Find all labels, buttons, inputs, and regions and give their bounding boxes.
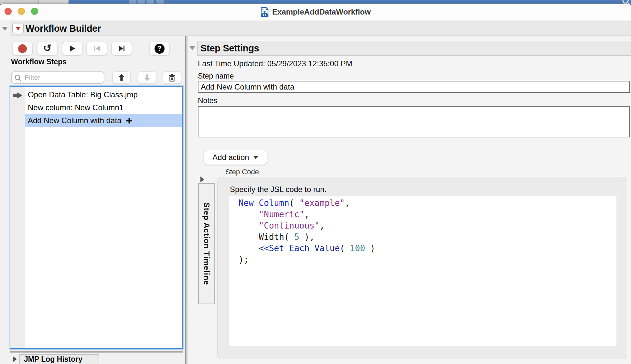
jsl-code: New Column( "example", "Numeric", "Conti… <box>229 196 616 265</box>
pane-divider[interactable] <box>10 351 183 353</box>
current-step-arrow-icon <box>13 92 23 99</box>
step-settings-title: Step Settings <box>200 43 259 54</box>
move-down-icon <box>143 73 151 82</box>
add-data-plus-icon <box>126 117 133 124</box>
code-editor[interactable]: New Column( "example", "Numeric", "Conti… <box>229 196 616 346</box>
chevron-down-icon <box>253 156 258 159</box>
page-title: Workflow Builder <box>26 23 101 34</box>
notes-label: Notes <box>198 96 217 105</box>
tab-step-action-timeline[interactable]: Step Action Timeline <box>198 183 215 304</box>
step-code-tab-label[interactable]: Step Code <box>225 168 259 176</box>
jmp-log-history-title: JMP Log History <box>24 355 82 364</box>
window-titlebar: ExampleAddDataWorkflow <box>0 4 631 20</box>
jmp-log-history-header[interactable]: JMP Log History <box>19 354 99 364</box>
log-history-disclosure-icon[interactable] <box>13 356 17 362</box>
step-forward-button[interactable] <box>112 42 132 55</box>
move-step-up-button[interactable] <box>112 71 131 84</box>
red-triangle-icon <box>16 27 21 30</box>
delete-step-button[interactable] <box>163 71 181 84</box>
close-button[interactable] <box>5 8 12 15</box>
workflow-step-row[interactable]: New column: New Column1 <box>25 101 182 114</box>
steps-section-title: Workflow Steps <box>11 58 67 66</box>
step-settings-header: Step Settings <box>197 41 631 56</box>
red-triangle-menu-button[interactable] <box>12 24 24 33</box>
step-to-start-button[interactable] <box>87 42 107 55</box>
step-to-start-icon <box>93 45 101 52</box>
workflow-step-label: Add New Column with data <box>28 116 121 125</box>
notes-textarea[interactable] <box>198 106 630 137</box>
workflow-builder-window: ExampleAddDataWorkflow Workflow Builder … <box>0 4 631 364</box>
add-action-button[interactable]: Add action <box>204 150 267 165</box>
step-settings-disclosure-icon[interactable] <box>189 46 195 50</box>
step-code-panel: Specify the JSL code to run. New Column(… <box>217 177 627 359</box>
filter-input[interactable] <box>11 71 104 84</box>
steps-list-gutter <box>10 87 25 348</box>
steps-rows: Open Data Table: Big Class.jmpNew column… <box>25 87 182 348</box>
workflow-step-row[interactable]: Open Data Table: Big Class.jmp <box>25 88 182 101</box>
last-updated-text: Last Time Updated: 05/29/2023 12:35:00 P… <box>198 59 352 68</box>
zoom-button[interactable] <box>31 8 38 15</box>
step-action-timeline-label: Step Action Timeline <box>202 202 211 285</box>
pane-splitter[interactable] <box>185 36 187 364</box>
add-action-label: Add action <box>212 153 249 162</box>
window-content: ↺ ? Workflow <box>0 36 631 364</box>
delete-step-icon <box>168 73 176 82</box>
workflow-step-label: Open Data Table: Big Class.jmp <box>28 90 138 99</box>
play-icon <box>69 45 76 52</box>
step-settings-pane: Step Settings Last Time Updated: 05/29/2… <box>187 36 631 364</box>
workflow-document-icon <box>260 7 269 17</box>
record-button[interactable] <box>12 42 33 55</box>
outline-disclosure-icon[interactable] <box>2 27 8 31</box>
reset-icon: ↺ <box>43 43 52 53</box>
minimize-button[interactable] <box>18 8 25 15</box>
move-step-down-button[interactable] <box>138 71 156 84</box>
workflow-builder-header: Workflow Builder <box>10 21 631 36</box>
step-code-disclosure-icon[interactable] <box>200 177 204 182</box>
move-up-icon <box>117 73 126 82</box>
record-icon <box>18 44 27 53</box>
reset-button[interactable]: ↺ <box>37 42 58 55</box>
window-title: ExampleAddDataWorkflow <box>272 7 371 16</box>
workflow-step-row[interactable]: Add New Column with data <box>25 114 182 127</box>
workflow-steps-list[interactable]: Open Data Table: Big Class.jmpNew column… <box>10 86 183 349</box>
step-forward-icon <box>118 45 126 52</box>
workflow-step-label: New column: New Column1 <box>28 103 123 112</box>
step-name-label: Step name <box>198 72 234 80</box>
workflow-steps-pane: ↺ ? Workflow <box>0 36 185 364</box>
help-icon: ? <box>155 44 165 54</box>
window-title-group: ExampleAddDataWorkflow <box>260 7 371 17</box>
code-hint-text: Specify the JSL code to run. <box>230 185 326 194</box>
help-button[interactable]: ? <box>149 42 170 55</box>
step-name-input[interactable] <box>198 81 630 93</box>
run-button[interactable] <box>62 42 82 55</box>
